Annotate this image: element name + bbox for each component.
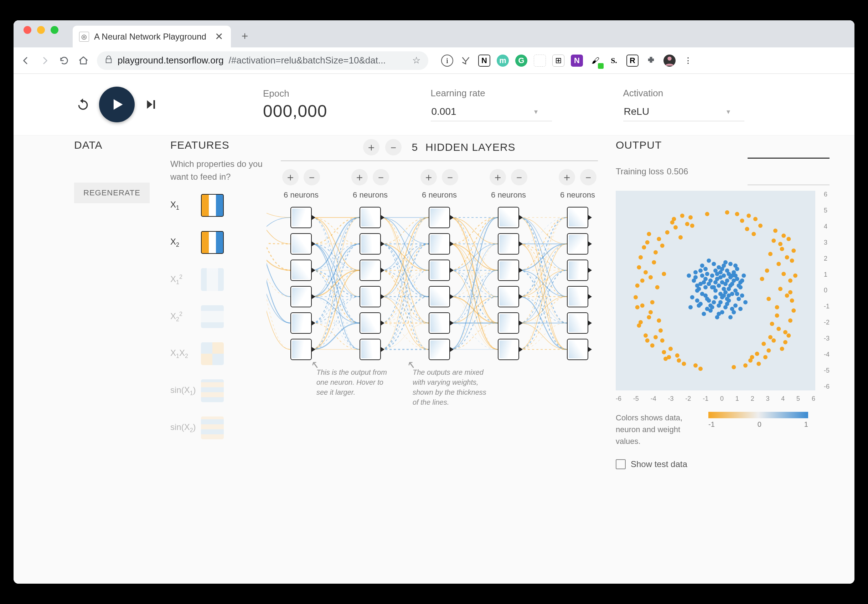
neuron[interactable] xyxy=(498,207,519,228)
neuron[interactable] xyxy=(498,259,519,281)
neuron[interactable] xyxy=(498,339,519,360)
neuron[interactable] xyxy=(498,233,519,255)
extension-icon[interactable]: ⊞ xyxy=(552,54,564,67)
minimize-window-button[interactable] xyxy=(37,26,45,34)
extensions-menu-icon[interactable] xyxy=(645,54,657,67)
add-neuron-button[interactable]: ＋ xyxy=(490,169,506,185)
new-tab-button[interactable]: ＋ xyxy=(231,28,259,47)
svg-point-115 xyxy=(677,358,681,363)
neuron[interactable] xyxy=(429,312,450,334)
step-button[interactable] xyxy=(142,96,160,113)
extension-icon[interactable]: i xyxy=(441,54,453,67)
neuron[interactable] xyxy=(429,207,450,228)
forward-button[interactable] xyxy=(39,55,51,66)
learning-rate-select[interactable]: Learning rate 0.001 ▾ xyxy=(431,88,552,121)
regenerate-button[interactable]: REGENERATE xyxy=(74,183,150,203)
svg-point-34 xyxy=(702,312,706,316)
extension-icon[interactable]: G xyxy=(515,54,527,67)
neuron[interactable] xyxy=(429,259,450,281)
feature-toggle[interactable]: X1 xyxy=(170,194,263,217)
layer-controls: ＋－ xyxy=(490,169,527,185)
extension-icon[interactable]: R xyxy=(626,54,639,67)
svg-point-14 xyxy=(700,264,704,268)
reset-button[interactable] xyxy=(74,96,92,113)
remove-neuron-button[interactable]: － xyxy=(580,169,597,185)
close-tab-button[interactable]: ✕ xyxy=(215,31,223,42)
feature-toggle[interactable]: X12 xyxy=(170,268,263,291)
neuron[interactable] xyxy=(567,233,588,255)
feature-toggle[interactable]: X1X2 xyxy=(170,342,263,365)
neuron[interactable] xyxy=(567,339,588,360)
extension-icon[interactable]: m xyxy=(497,54,509,67)
neuron[interactable] xyxy=(360,312,381,334)
svg-point-181 xyxy=(775,314,779,318)
feature-toggle[interactable]: sin(X2) xyxy=(170,416,263,439)
x-axis-ticks: -6-5-4-3-2-10123456 xyxy=(616,395,815,402)
extension-icon[interactable]: 🖌 xyxy=(589,54,601,67)
neuron[interactable] xyxy=(290,207,312,228)
neuron[interactable] xyxy=(429,339,450,360)
bookmark-star-icon[interactable]: ☆ xyxy=(412,55,420,66)
add-neuron-button[interactable]: ＋ xyxy=(559,169,575,185)
maximize-window-button[interactable] xyxy=(51,26,59,34)
svg-point-91 xyxy=(720,267,724,271)
extension-icon[interactable]: S. xyxy=(608,54,620,67)
profile-avatar[interactable] xyxy=(663,54,676,67)
color-gradient xyxy=(708,412,808,418)
feature-toggle[interactable]: X22 xyxy=(170,305,263,328)
neuron[interactable] xyxy=(290,339,312,360)
svg-point-196 xyxy=(657,318,661,323)
neuron[interactable] xyxy=(567,286,588,307)
neuron[interactable] xyxy=(567,207,588,228)
scatter-svg xyxy=(616,191,815,390)
remove-neuron-button[interactable]: － xyxy=(304,169,320,185)
neuron[interactable] xyxy=(498,286,519,307)
neuron[interactable] xyxy=(498,312,519,334)
neuron[interactable] xyxy=(360,286,381,307)
feature-toggle[interactable]: sin(X1) xyxy=(170,379,263,402)
neuron[interactable] xyxy=(429,233,450,255)
neuron[interactable] xyxy=(360,207,381,228)
browser-menu-button[interactable]: ⋮ xyxy=(682,54,694,67)
add-neuron-button[interactable]: ＋ xyxy=(282,169,299,185)
show-test-data-checkbox[interactable]: Show test data xyxy=(616,459,829,469)
feature-toggle[interactable]: X2 xyxy=(170,231,263,254)
activation-select[interactable]: Activation ReLU ▾ xyxy=(623,88,744,121)
svg-point-117 xyxy=(648,275,653,279)
add-layer-button[interactable]: ＋ xyxy=(363,139,380,155)
svg-point-0 xyxy=(667,56,671,60)
home-button[interactable] xyxy=(78,55,89,66)
extension-icon[interactable]: N xyxy=(571,54,583,67)
extension-icon[interactable]: N xyxy=(478,54,490,67)
hidden-layers-count: 5 xyxy=(412,141,418,153)
browser-tab[interactable]: ◎ A Neural Network Playground ✕ xyxy=(73,26,231,47)
neuron[interactable] xyxy=(567,312,588,334)
extension-icon[interactable] xyxy=(534,54,546,67)
remove-neuron-button[interactable]: － xyxy=(442,169,458,185)
neuron[interactable] xyxy=(567,259,588,281)
neuron[interactable] xyxy=(290,259,312,281)
svg-point-11 xyxy=(728,262,733,266)
play-button[interactable] xyxy=(99,87,135,122)
neuron[interactable] xyxy=(360,233,381,255)
neuron[interactable] xyxy=(290,233,312,255)
extension-icon[interactable] xyxy=(460,54,472,67)
remove-layer-button[interactable]: － xyxy=(385,139,401,155)
url-path: /#activation=relu&batchSize=10&dat... xyxy=(229,55,386,66)
add-neuron-button[interactable]: ＋ xyxy=(351,169,368,185)
neuron[interactable] xyxy=(290,286,312,307)
remove-neuron-button[interactable]: － xyxy=(511,169,527,185)
neuron[interactable] xyxy=(360,339,381,360)
svg-point-65 xyxy=(705,272,710,276)
url-input[interactable]: playground.tensorflow.org /#activation=r… xyxy=(97,51,428,70)
svg-point-90 xyxy=(705,307,710,311)
remove-neuron-button[interactable]: － xyxy=(373,169,389,185)
neuron[interactable] xyxy=(290,312,312,334)
neuron[interactable] xyxy=(360,259,381,281)
back-button[interactable] xyxy=(20,55,31,66)
neuron[interactable] xyxy=(429,286,450,307)
reload-button[interactable] xyxy=(59,55,70,66)
svg-point-171 xyxy=(639,320,643,325)
add-neuron-button[interactable]: ＋ xyxy=(420,169,437,185)
close-window-button[interactable] xyxy=(23,26,31,34)
